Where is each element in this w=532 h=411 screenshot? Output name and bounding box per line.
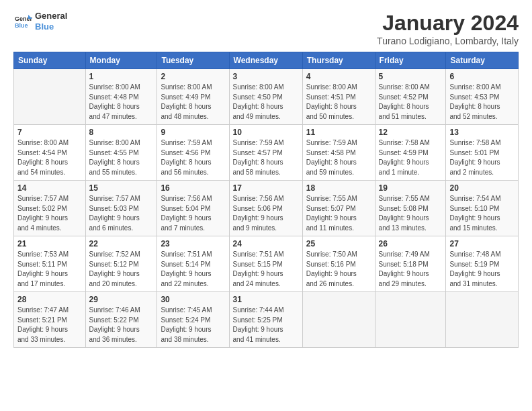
day-number: 31 [233,295,299,304]
calendar-cell: 18Sunrise: 7:55 AMSunset: 5:07 PMDayligh… [302,181,375,236]
day-info: Sunrise: 7:54 AMSunset: 5:10 PMDaylight:… [449,194,515,233]
day-info: Sunrise: 7:49 AMSunset: 5:18 PMDaylight:… [379,250,443,289]
logo-line1: General [35,11,67,21]
day-number: 14 [17,183,82,193]
calendar-cell [375,292,446,348]
day-info: Sunrise: 7:59 AMSunset: 4:57 PMDaylight:… [233,138,299,177]
calendar-cell: 11Sunrise: 7:59 AMSunset: 4:58 PMDayligh… [302,125,375,181]
weekday-header: Thursday [302,52,375,69]
day-info: Sunrise: 8:00 AMSunset: 4:50 PMDaylight:… [233,83,299,122]
weekday-header: Monday [85,52,157,69]
calendar-cell: 15Sunrise: 7:57 AMSunset: 5:03 PMDayligh… [85,181,157,236]
day-info: Sunrise: 7:53 AMSunset: 5:11 PMDaylight:… [17,250,82,289]
day-info: Sunrise: 8:00 AMSunset: 4:49 PMDaylight:… [161,83,225,122]
day-info: Sunrise: 7:59 AMSunset: 4:56 PMDaylight:… [161,138,225,177]
day-info: Sunrise: 7:51 AMSunset: 5:14 PMDaylight:… [161,250,225,289]
day-number: 13 [449,128,515,137]
day-info: Sunrise: 7:59 AMSunset: 4:58 PMDaylight:… [306,138,371,177]
day-number: 8 [89,128,154,137]
calendar-cell: 29Sunrise: 7:46 AMSunset: 5:22 PMDayligh… [85,292,157,348]
day-info: Sunrise: 8:00 AMSunset: 4:51 PMDaylight:… [306,83,371,122]
calendar-cell: 13Sunrise: 7:58 AMSunset: 5:01 PMDayligh… [446,125,519,181]
calendar-cell: 21Sunrise: 7:53 AMSunset: 5:11 PMDayligh… [14,236,86,292]
day-number: 10 [233,128,299,137]
day-info: Sunrise: 7:51 AMSunset: 5:15 PMDaylight:… [233,250,299,289]
day-info: Sunrise: 7:55 AMSunset: 5:08 PMDaylight:… [379,194,443,233]
day-number: 9 [161,128,225,137]
calendar-cell: 20Sunrise: 7:54 AMSunset: 5:10 PMDayligh… [446,181,519,236]
day-number: 7 [17,128,82,137]
calendar-cell: 28Sunrise: 7:47 AMSunset: 5:21 PMDayligh… [14,292,86,348]
day-info: Sunrise: 7:57 AMSunset: 5:03 PMDaylight:… [89,194,154,233]
day-info: Sunrise: 7:44 AMSunset: 5:25 PMDaylight:… [233,306,299,345]
calendar-cell: 9Sunrise: 7:59 AMSunset: 4:56 PMDaylight… [157,125,229,181]
svg-text:Blue: Blue [15,22,28,29]
day-number: 1 [89,72,154,81]
calendar-cell: 27Sunrise: 7:48 AMSunset: 5:19 PMDayligh… [446,236,519,292]
day-number: 28 [17,295,82,304]
calendar-cell: 12Sunrise: 7:58 AMSunset: 4:59 PMDayligh… [375,125,446,181]
day-info: Sunrise: 7:58 AMSunset: 5:01 PMDaylight:… [449,138,515,177]
calendar-cell: 2Sunrise: 8:00 AMSunset: 4:49 PMDaylight… [157,69,229,125]
day-number: 21 [17,239,82,248]
day-number: 11 [306,128,371,137]
day-number: 29 [89,295,154,304]
weekday-header: Tuesday [157,52,229,69]
day-info: Sunrise: 8:00 AMSunset: 4:54 PMDaylight:… [17,138,82,177]
day-info: Sunrise: 8:00 AMSunset: 4:52 PMDaylight:… [379,83,443,122]
day-number: 30 [161,295,225,304]
logo-line2: Blue [35,21,67,32]
calendar-cell: 30Sunrise: 7:45 AMSunset: 5:24 PMDayligh… [157,292,229,348]
calendar-cell: 4Sunrise: 8:00 AMSunset: 4:51 PMDaylight… [302,69,375,125]
logo: General Blue General Blue [13,11,67,32]
day-number: 19 [379,183,443,193]
day-number: 17 [233,183,299,193]
calendar: SundayMondayTuesdayWednesdayThursdayFrid… [13,52,519,348]
day-number: 24 [233,239,299,248]
calendar-cell [446,292,519,348]
day-number: 22 [89,239,154,248]
day-number: 20 [449,183,515,193]
day-info: Sunrise: 7:50 AMSunset: 5:16 PMDaylight:… [306,250,371,289]
day-info: Sunrise: 7:55 AMSunset: 5:07 PMDaylight:… [306,194,371,233]
day-number: 26 [379,239,443,248]
day-number: 23 [161,239,225,248]
day-number: 2 [161,72,225,81]
calendar-cell: 24Sunrise: 7:51 AMSunset: 5:15 PMDayligh… [229,236,302,292]
weekday-header: Friday [375,52,446,69]
weekday-header: Sunday [14,52,86,69]
day-info: Sunrise: 8:00 AMSunset: 4:53 PMDaylight:… [449,83,515,122]
calendar-cell: 17Sunrise: 7:56 AMSunset: 5:06 PMDayligh… [229,181,302,236]
day-number: 4 [306,72,371,81]
calendar-cell [14,69,86,125]
calendar-cell: 7Sunrise: 8:00 AMSunset: 4:54 PMDaylight… [14,125,86,181]
location: Turano Lodigiano, Lombardy, Italy [377,36,519,46]
day-info: Sunrise: 8:00 AMSunset: 4:48 PMDaylight:… [89,83,154,122]
day-info: Sunrise: 7:58 AMSunset: 4:59 PMDaylight:… [379,138,443,177]
day-info: Sunrise: 7:52 AMSunset: 5:12 PMDaylight:… [89,250,154,289]
day-number: 3 [233,72,299,81]
day-info: Sunrise: 7:48 AMSunset: 5:19 PMDaylight:… [449,250,515,289]
calendar-cell: 8Sunrise: 8:00 AMSunset: 4:55 PMDaylight… [85,125,157,181]
day-number: 15 [89,183,154,193]
day-info: Sunrise: 7:47 AMSunset: 5:21 PMDaylight:… [17,306,82,345]
calendar-cell: 25Sunrise: 7:50 AMSunset: 5:16 PMDayligh… [302,236,375,292]
calendar-cell [302,292,375,348]
calendar-cell: 14Sunrise: 7:57 AMSunset: 5:02 PMDayligh… [14,181,86,236]
day-number: 25 [306,239,371,248]
day-info: Sunrise: 7:56 AMSunset: 5:06 PMDaylight:… [233,194,299,233]
calendar-cell: 6Sunrise: 8:00 AMSunset: 4:53 PMDaylight… [446,69,519,125]
calendar-cell: 10Sunrise: 7:59 AMSunset: 4:57 PMDayligh… [229,125,302,181]
calendar-cell: 19Sunrise: 7:55 AMSunset: 5:08 PMDayligh… [375,181,446,236]
weekday-header: Saturday [446,52,519,69]
calendar-cell: 5Sunrise: 8:00 AMSunset: 4:52 PMDaylight… [375,69,446,125]
day-number: 12 [379,128,443,137]
day-info: Sunrise: 7:45 AMSunset: 5:24 PMDaylight:… [161,306,225,345]
day-info: Sunrise: 7:56 AMSunset: 5:04 PMDaylight:… [161,194,225,233]
month-title: January 2024 [377,11,519,36]
calendar-cell: 3Sunrise: 8:00 AMSunset: 4:50 PMDaylight… [229,69,302,125]
calendar-cell: 26Sunrise: 7:49 AMSunset: 5:18 PMDayligh… [375,236,446,292]
calendar-cell: 23Sunrise: 7:51 AMSunset: 5:14 PMDayligh… [157,236,229,292]
calendar-cell: 1Sunrise: 8:00 AMSunset: 4:48 PMDaylight… [85,69,157,125]
day-number: 18 [306,183,371,193]
